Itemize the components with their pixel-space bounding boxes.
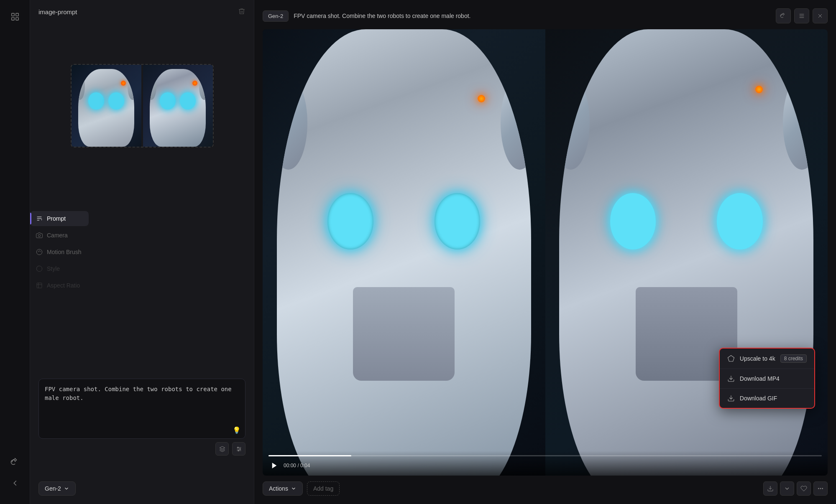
header-actions: [776, 8, 828, 23]
headphone-left-2: [150, 73, 156, 100]
download-button[interactable]: [763, 481, 777, 496]
actions-section: Actions Add tag: [263, 481, 828, 496]
prompt-input[interactable]: [45, 385, 239, 420]
svg-marker-22: [728, 356, 734, 361]
close-video-button[interactable]: [813, 8, 828, 23]
sidebar-item-aspect-ratio[interactable]: Aspect Ratio: [30, 278, 89, 293]
orange-dot-2: [192, 81, 197, 86]
heart-button[interactable]: [797, 481, 811, 496]
svg-marker-21: [272, 463, 277, 468]
layers-button[interactable]: [215, 442, 229, 456]
menu-video-icon: [798, 13, 805, 19]
total-duration: 0:04: [300, 463, 310, 468]
refresh-icon-btn[interactable]: [7, 454, 23, 471]
download-gif-icon: [727, 395, 735, 402]
current-time: 00:00: [284, 463, 296, 468]
chevron-down-icon-actions: [291, 486, 297, 491]
eye-right: [108, 92, 124, 109]
sidebar-item-style[interactable]: Style: [30, 261, 89, 276]
large-headphone-left-2: [559, 76, 590, 170]
refresh-video-icon: [780, 13, 787, 19]
diamond-icon: [727, 355, 735, 362]
download-chevron-button[interactable]: [780, 481, 794, 496]
side-nav: T Prompt Camera Motion Brush Style: [30, 207, 89, 297]
settings-button[interactable]: [232, 442, 245, 456]
refresh-video-button[interactable]: [776, 8, 791, 23]
back-icon: [10, 479, 20, 488]
upscale-4k-item[interactable]: Upscale to 4k 8 credits: [720, 349, 814, 369]
actions-button[interactable]: Actions: [263, 481, 303, 496]
style-icon: [36, 265, 43, 272]
gen-selector-label: Gen-2: [45, 485, 61, 492]
text-icon: T: [36, 215, 43, 222]
download-gif-item[interactable]: Download GIF: [720, 389, 814, 408]
ratio-icon: [36, 282, 43, 289]
upscale-label: Upscale to 4k: [740, 355, 775, 362]
lightbulb-icon: 💡: [233, 426, 241, 434]
prompt-section: 💡: [30, 372, 254, 462]
svg-point-5: [38, 234, 40, 237]
download-mp4-item[interactable]: Download MP4: [720, 369, 814, 388]
large-robot-head-left: [277, 29, 531, 476]
large-eye-left-2: [610, 193, 656, 249]
svg-point-6: [36, 249, 42, 255]
main-content: Gen-2 FPV camera shot. Combine the two r…: [254, 0, 836, 504]
trash-icon: [238, 8, 245, 15]
grid-icon-btn[interactable]: [7, 8, 23, 25]
large-eye-right: [435, 193, 480, 249]
back-icon-btn[interactable]: [7, 475, 23, 491]
svg-rect-2: [11, 18, 14, 20]
close-video-icon: [817, 13, 823, 19]
icon-bar: [0, 0, 30, 504]
video-controls: 00:00 / 0:04: [263, 451, 828, 476]
sidebar-item-label-motion-brush: Motion Brush: [47, 249, 81, 255]
svg-rect-0: [11, 13, 14, 16]
actions-label: Actions: [269, 485, 288, 492]
large-eye-left: [327, 193, 373, 249]
thumbnail-left[interactable]: [72, 65, 141, 147]
sidebar-item-camera[interactable]: Camera: [30, 228, 89, 243]
left-panel-bottom: Gen-2: [38, 481, 245, 496]
heart-icon: [800, 485, 807, 492]
video-display: 00:00 / 0:04 Upscale to 4k 8 credits: [263, 29, 828, 476]
add-tag-label: Add tag: [313, 485, 333, 492]
progress-bar-track[interactable]: [268, 455, 822, 456]
sidebar-item-prompt[interactable]: T Prompt: [30, 211, 89, 226]
thumbnail-right[interactable]: [143, 65, 213, 147]
gen-selector[interactable]: Gen-2: [38, 481, 76, 496]
download-gif-label: Download GIF: [740, 395, 777, 402]
sidebar-item-label-prompt: Prompt: [47, 215, 66, 222]
sidebar-item-motion-brush[interactable]: Motion Brush: [30, 244, 89, 260]
layers-icon: [219, 446, 225, 452]
eye-left-2: [160, 92, 175, 109]
svg-rect-8: [37, 283, 42, 288]
prompt-actions: [38, 442, 245, 456]
delete-button[interactable]: [238, 8, 245, 16]
download-mp4-label: Download MP4: [740, 375, 780, 382]
large-orange-dot-2: [755, 86, 763, 93]
menu-video-button[interactable]: [794, 8, 809, 23]
svg-point-14: [239, 448, 240, 450]
headphone-right-2: [199, 73, 206, 100]
video-prompt-text: FPV camera shot. Combine the two robots …: [294, 13, 771, 19]
eye-left: [88, 92, 104, 109]
play-button[interactable]: [268, 460, 280, 471]
time-display: 00:00 / 0:04: [284, 463, 310, 468]
left-panel: image-prompt: [30, 0, 254, 504]
more-options-button[interactable]: [813, 481, 828, 496]
svg-point-15: [238, 450, 239, 451]
video-header: Gen-2 FPV camera shot. Combine the two r…: [263, 8, 828, 23]
sidebar-item-label-camera: Camera: [47, 232, 68, 239]
large-orange-dot: [478, 95, 485, 102]
panel-title: image-prompt: [38, 8, 77, 15]
right-actions: [763, 481, 828, 496]
large-eye-right-2: [717, 193, 762, 249]
credits-badge: 8 credits: [780, 354, 807, 363]
chevron-down-icon-download: [784, 485, 790, 492]
image-grid[interactable]: [71, 64, 214, 148]
sliders-icon: [236, 446, 242, 452]
dropdown-popup: Upscale to 4k 8 credits Download MP4: [719, 348, 815, 409]
panel-header: image-prompt: [30, 0, 254, 22]
add-tag-button[interactable]: Add tag: [307, 481, 340, 496]
eye-right-2: [180, 92, 195, 109]
